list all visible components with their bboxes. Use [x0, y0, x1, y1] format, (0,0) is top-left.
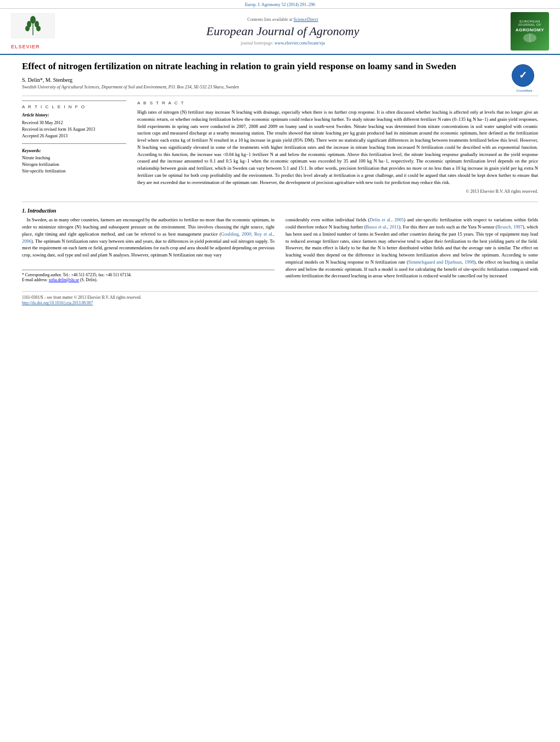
- journal-homepage: journal homepage: www.elsevier.com/locat…: [60, 41, 505, 46]
- article-title-text: Effect of nitrogen fertilization on nitr…: [22, 60, 505, 90]
- email-label: E-mail address:: [22, 277, 48, 282]
- intro-right-para1: considerably even within individual fiel…: [285, 216, 538, 280]
- intro-left: In Sweden, as in many other countries, f…: [22, 216, 275, 282]
- keyword-3: Site-specific fertilization: [22, 168, 126, 175]
- email-link[interactable]: sofia.delin@slu.se: [49, 277, 79, 282]
- svg-point-5: [25, 26, 30, 31]
- svg-point-6: [36, 26, 41, 31]
- abstract-text: High rates of nitrogen (N) fertilizer ma…: [137, 109, 538, 186]
- journal-ref: Europ. J. Agronomy 52 (2014) 291–296: [245, 2, 315, 7]
- history-label: Article history:: [22, 113, 126, 118]
- authors: S. Delin*, M. Stenberg: [22, 77, 505, 83]
- doi-link[interactable]: http://dx.doi.org/10.1016/j.eja.2013.08.…: [22, 300, 93, 305]
- crossmark-label: CrossMark: [511, 89, 538, 92]
- crossmark-badge: ✓ CrossMark: [511, 63, 538, 92]
- article-title-section: Effect of nitrogen fertilization on nitr…: [22, 60, 538, 96]
- revised-date: Received in revised form 16 August 2013: [22, 126, 126, 132]
- left-col: A R T I C L E I N F O Article history: R…: [22, 101, 126, 194]
- right-col: A B S T R A C T High rates of nitrogen (…: [137, 101, 538, 194]
- copyright-line: © 2013 Elsevier B.V. All rights reserved…: [137, 189, 538, 194]
- svg-text:✓: ✓: [519, 70, 527, 81]
- article-info-block: A R T I C L E I N F O Article history: R…: [22, 101, 126, 144]
- section-number: 1. Introduction: [22, 208, 538, 214]
- elsevier-logo-svg: [11, 13, 55, 43]
- footnote-text: * Corresponding author. Tel.: +46 511 67…: [22, 272, 275, 277]
- affiliation: Swedish University of Agricultural Scien…: [22, 85, 505, 90]
- agronomy-logo: EUROPEAN JOURNAL OF AGRONOMY: [511, 12, 549, 51]
- article-info-abstract: A R T I C L E I N F O Article history: R…: [22, 101, 538, 194]
- doi-line: http://dx.doi.org/10.1016/j.eja.2013.08.…: [22, 300, 538, 306]
- email-line: E-mail address: sofia.delin@slu.se (S. D…: [22, 277, 275, 282]
- abstract-header: A B S T R A C T: [137, 101, 538, 105]
- sciencedirect-link[interactable]: ScienceDirect: [294, 17, 318, 22]
- agronomy-leaf-icon: [522, 32, 538, 43]
- issn-line: 1161-0301/$ – see front matter © 2013 El…: [22, 295, 538, 301]
- keyword-1: Nitrate leaching: [22, 155, 126, 161]
- introduction-section: 1. Introduction In Sweden, as in many ot…: [22, 202, 538, 282]
- elsevier-wordmark: ELSEVIER: [11, 44, 40, 49]
- article-title: Effect of nitrogen fertilization on nitr…: [22, 60, 505, 72]
- section-title: Introduction: [27, 208, 56, 214]
- footnote-area: * Corresponding author. Tel.: +46 511 67…: [22, 270, 275, 282]
- intro-two-col: In Sweden, as in many other countries, f…: [22, 216, 538, 282]
- journal-center: Contents lists available at ScienceDirec…: [60, 17, 505, 46]
- top-bar: Europ. J. Agronomy 52 (2014) 291–296: [0, 0, 560, 9]
- article-info-header: A R T I C L E I N F O: [22, 104, 126, 109]
- intro-left-para1: In Sweden, as in many other countries, f…: [22, 216, 275, 259]
- homepage-url[interactable]: www.elsevier.com/locate/eja: [275, 41, 325, 46]
- received-date: Received 30 May 2012: [22, 120, 126, 126]
- keyword-2: Nitrogen fertilization: [22, 161, 126, 168]
- journal-title: European Journal of Agronomy: [60, 24, 505, 38]
- elsevier-logo: ELSEVIER: [11, 13, 55, 49]
- contents-available: Contents lists available at ScienceDirec…: [60, 17, 505, 22]
- keywords-section: Keywords: Nitrate leaching Nitrogen fert…: [22, 148, 126, 175]
- svg-point-2: [30, 16, 36, 24]
- crossmark-icon-svg: ✓: [511, 63, 535, 88]
- intro-right: considerably even within individual fiel…: [285, 216, 538, 282]
- accepted-date: Accepted 26 August 2013: [22, 133, 126, 139]
- page-footer: 1161-0301/$ – see front matter © 2013 El…: [22, 291, 538, 306]
- journal-header: ELSEVIER Contents lists available at Sci…: [0, 9, 560, 55]
- roy-ref: Roy: [254, 231, 262, 237]
- main-content: Effect of nitrogen fertilization on nitr…: [0, 55, 560, 312]
- keywords-label: Keywords:: [22, 148, 126, 153]
